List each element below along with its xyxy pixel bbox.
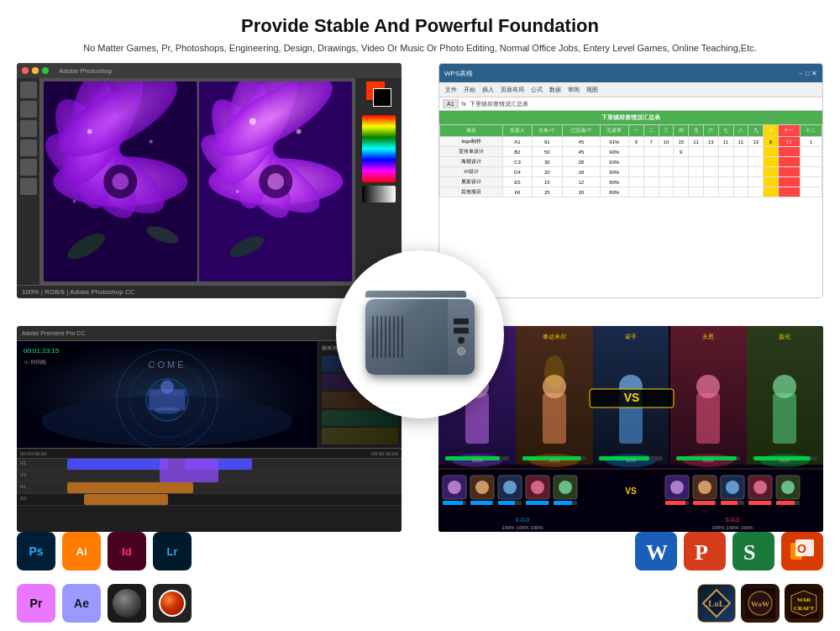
- pc-body: [365, 299, 475, 375]
- wps-presentation-icon[interactable]: P: [684, 532, 726, 571]
- svg-rect-101: [470, 501, 492, 505]
- svg-marker-145: [791, 591, 816, 616]
- svg-text:100% 100% 100%: 100% 100% 100%: [501, 525, 543, 530]
- davinci-icon[interactable]: [108, 584, 146, 623]
- svg-point-40: [160, 381, 174, 394]
- svg-point-118: [670, 481, 684, 494]
- wps-icons-row: W P S O: [635, 532, 823, 571]
- svg-text:100%: 100%: [626, 458, 637, 463]
- svg-point-111: [559, 481, 572, 494]
- svg-text:P: P: [695, 540, 708, 565]
- svg-text:诺手: 诺手: [625, 334, 637, 339]
- svg-point-126: [726, 481, 739, 494]
- content-area: Adobe Photoshop: [17, 63, 823, 623]
- table-row: 其他项目 F6 25 20 80%: [440, 187, 822, 197]
- svg-text:LoL: LoL: [708, 598, 725, 608]
- premiere-icon[interactable]: Pr: [17, 584, 55, 623]
- page-subtitle: No Matter Games, Pr, Photoshops, Enginee…: [83, 42, 757, 55]
- photoshop-icon[interactable]: Ps: [17, 532, 55, 571]
- flower-image-right: [199, 82, 353, 281]
- svg-rect-71: [599, 456, 649, 460]
- table-row: 宣传单设计 B2 50 45 90% 9: [440, 147, 822, 157]
- pr-audio-track-1: A1: [17, 482, 402, 494]
- lightroom-icon[interactable]: Lr: [153, 532, 192, 571]
- flower-image-left: [44, 82, 197, 281]
- usb-port-2: [454, 328, 469, 334]
- usb-port-1: [454, 318, 469, 324]
- ps-canvas: [40, 78, 355, 285]
- svg-text:00:01:23:15: 00:01:23:15: [24, 347, 60, 355]
- svg-rect-97: [443, 501, 463, 505]
- svg-text:盖伦: 盖伦: [779, 334, 790, 339]
- ps-tools-panel: [17, 78, 40, 285]
- indesign-icon[interactable]: Id: [108, 532, 146, 571]
- pc-vents: [372, 316, 403, 358]
- ps-close-dot: [22, 67, 29, 74]
- svg-rect-128: [721, 501, 738, 505]
- svg-rect-136: [776, 501, 795, 505]
- svg-point-60: [544, 355, 564, 389]
- table-row: 海报设计 C3 30 28 93%: [440, 157, 822, 167]
- svg-point-95: [448, 481, 461, 494]
- svg-text:100%: 100%: [780, 458, 790, 463]
- ss-titlebar: WPS表格 － □ ✕: [439, 64, 822, 82]
- svg-text:O: O: [797, 542, 806, 555]
- svg-rect-83: [773, 393, 796, 444]
- table-row: VI设计 D4 20 18 90%: [440, 167, 822, 177]
- wps-writer-icon[interactable]: W: [635, 532, 677, 571]
- pr-timeline: 00:00:00:00 00:00:30:00 V1 V2 A1: [17, 448, 402, 532]
- svg-point-8: [112, 173, 129, 190]
- svg-text:0-0-0: 0-0-0: [516, 517, 529, 523]
- svg-text:100%: 100%: [472, 458, 483, 463]
- svg-rect-113: [554, 501, 572, 505]
- warcraft-icon[interactable]: WAR CRAFT: [785, 584, 823, 623]
- svg-text:WoW: WoW: [751, 600, 769, 608]
- pc-top: [365, 291, 466, 297]
- power-button: [457, 347, 465, 355]
- mini-pc-device: [336, 250, 504, 418]
- svg-point-10: [150, 140, 153, 144]
- aftereffects-icon[interactable]: Ae: [62, 584, 101, 623]
- svg-text:CRAFT: CRAFT: [794, 605, 814, 612]
- svg-text:W: W: [646, 540, 668, 565]
- svg-point-9: [87, 129, 92, 134]
- lol-icon[interactable]: LoL: [697, 584, 736, 623]
- ps-title-text: Adobe Photoshop: [59, 67, 113, 75]
- svg-text:100%: 100%: [549, 458, 560, 463]
- svg-text:VS: VS: [624, 391, 640, 404]
- wps-spreadsheet-icon[interactable]: S: [732, 532, 774, 571]
- ss-main-header: 下里镇排查情况汇总表: [439, 111, 822, 124]
- svg-point-103: [503, 481, 517, 494]
- ps-minimize-dot: [32, 67, 39, 74]
- ss-formula-bar: A1 fx 下里镇排查情况汇总表: [439, 97, 822, 111]
- svg-rect-132: [748, 501, 771, 505]
- svg-rect-58: [543, 393, 566, 444]
- wow-icon[interactable]: WoW: [741, 584, 780, 623]
- pr-audio-track-2: A2: [17, 494, 402, 506]
- svg-text:↑|↓ 时间线: ↑|↓ 时间线: [24, 360, 46, 365]
- game-icons-row: LoL WoW WAR CRAFT: [697, 584, 823, 623]
- svg-text:COME: COME: [149, 360, 186, 370]
- ss-title: WPS表格: [444, 69, 795, 78]
- table-row: logo制作 A1 91 45 91% 9 7 10 15 11 13: [440, 137, 822, 147]
- svg-rect-105: [498, 501, 515, 505]
- svg-rect-120: [665, 501, 685, 505]
- svg-point-24: [296, 129, 301, 134]
- ps-maximize-dot: [42, 67, 49, 74]
- adobe-icons-row: Ps Ai Id Lr: [17, 532, 192, 571]
- svg-point-76: [696, 375, 720, 398]
- svg-point-22: [267, 173, 284, 190]
- illustrator-icon[interactable]: Ai: [62, 532, 101, 571]
- page-title: Provide Stable And Powerful Foundation: [241, 15, 599, 37]
- svg-point-84: [773, 375, 796, 398]
- svg-text:泰达米尔: 泰达米尔: [543, 334, 566, 339]
- svg-point-99: [475, 481, 489, 494]
- svg-rect-75: [696, 393, 720, 444]
- ss-data-table: 项目 负责人 任务/个 已完成/个 完成率 一 二 三 四 五 六: [439, 124, 822, 197]
- svg-text:VS: VS: [625, 486, 637, 496]
- audio-port: [458, 337, 465, 344]
- resolve-icon[interactable]: [153, 584, 192, 623]
- page-wrapper: Provide Stable And Powerful Foundation N…: [0, 0, 840, 631]
- svg-point-107: [531, 481, 544, 494]
- ms-office-icon[interactable]: O: [781, 532, 823, 571]
